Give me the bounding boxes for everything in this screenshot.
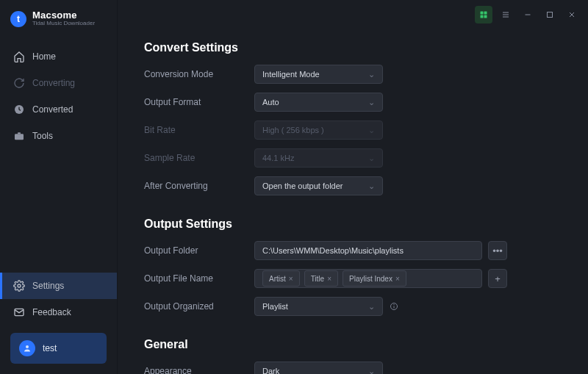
chevron-down-icon: ⌄ (368, 98, 375, 107)
row-conversion-mode: Conversion Mode Intelligent Mode ⌄ (144, 65, 562, 84)
input-value: C:\Users\WMM\Desktop\Music\playlists (262, 246, 404, 255)
chevron-down-icon: ⌄ (368, 126, 375, 135)
user-chip[interactable]: test (10, 333, 107, 364)
label-appearance: Appearance (144, 366, 254, 374)
svg-rect-6 (481, 12, 484, 15)
nav-label-home: Home (32, 51, 56, 62)
svg-point-3 (18, 284, 21, 287)
select-value: Dark (262, 367, 279, 374)
select-value: Open the output folder (262, 181, 343, 190)
nav-bottom: Settings Feedback (0, 273, 117, 326)
label-output-folder: Output Folder (144, 245, 254, 256)
nav-label-converted: Converted (32, 104, 73, 115)
sidebar: t Macsome Tidal Music Downloader Home Co… (0, 0, 118, 374)
select-after-converting[interactable]: Open the output folder ⌄ (254, 176, 383, 195)
row-output-organized: Output Organized Playlist ⌄ (144, 297, 562, 316)
add-tag-button[interactable]: + (488, 269, 507, 288)
brand-text: Macsome Tidal Music Downloader (32, 10, 95, 27)
label-sample-rate: Sample Rate (144, 153, 254, 163)
nav-label-settings: Settings (32, 281, 64, 291)
row-appearance: Appearance Dark ⌄ (144, 362, 562, 374)
tag-remove-icon[interactable]: × (327, 275, 331, 283)
chevron-down-icon: ⌄ (368, 181, 375, 191)
svg-rect-8 (481, 15, 484, 18)
content: Convert Settings Conversion Mode Intelli… (118, 29, 588, 374)
user-name: test (43, 343, 57, 353)
svg-rect-1 (15, 134, 24, 140)
mail-icon (13, 306, 25, 318)
refresh-icon (13, 77, 25, 89)
nav-item-settings[interactable]: Settings (0, 273, 117, 299)
label-output-file-name: Output File Name (144, 273, 254, 284)
browse-folder-button[interactable]: ••• (488, 241, 507, 260)
select-output-format[interactable]: Auto ⌄ (254, 93, 383, 112)
row-output-file-name: Output File Name Artist × Title × Playli… (144, 269, 562, 288)
nav: Home Converting Converted Tools (0, 43, 117, 149)
nav-label-converting: Converting (32, 78, 75, 88)
row-bit-rate: Bit Rate High ( 256 kbps ) ⌄ (144, 121, 562, 140)
chevron-down-icon: ⌄ (368, 154, 375, 163)
section-title-convert: Convert Settings (144, 41, 562, 54)
select-conversion-mode[interactable]: Intelligent Mode ⌄ (254, 65, 383, 84)
close-button[interactable] (563, 6, 581, 24)
nav-item-feedback[interactable]: Feedback (0, 299, 117, 326)
select-value: 44.1 kHz (262, 154, 294, 162)
avatar-icon (19, 340, 35, 356)
row-output-folder: Output Folder C:\Users\WMM\Desktop\Music… (144, 241, 562, 260)
tag-title[interactable]: Title × (304, 270, 338, 287)
tag-label: Title (311, 275, 325, 283)
chevron-down-icon: ⌄ (368, 302, 375, 312)
brand-subtitle: Tidal Music Downloader (32, 21, 95, 27)
brand-logo-icon: t (10, 11, 26, 27)
input-output-folder[interactable]: C:\Users\WMM\Desktop\Music\playlists (254, 241, 482, 260)
maximize-button[interactable] (541, 6, 559, 24)
label-after-converting: After Converting (144, 181, 254, 191)
svg-rect-7 (484, 12, 487, 15)
tag-artist[interactable]: Artist × (262, 270, 300, 287)
menu-button[interactable] (497, 6, 514, 24)
select-value: Auto (262, 98, 279, 107)
label-output-format: Output Format (144, 97, 254, 107)
label-output-organized: Output Organized (144, 301, 254, 312)
nav-item-converted[interactable]: Converted (0, 96, 117, 123)
select-bit-rate: High ( 256 kbps ) ⌄ (254, 121, 383, 140)
gear-icon (13, 280, 25, 292)
tag-label: Playlist Index (349, 275, 392, 283)
svg-point-19 (394, 305, 395, 306)
app-root: t Macsome Tidal Music Downloader Home Co… (0, 0, 588, 374)
input-output-file-name[interactable]: Artist × Title × Playlist Index × (254, 269, 482, 288)
tag-playlist-index[interactable]: Playlist Index × (343, 270, 406, 287)
svg-point-5 (26, 345, 29, 348)
nav-item-converting[interactable]: Converting (0, 70, 117, 96)
grid-view-button[interactable] (475, 6, 492, 24)
select-output-organized[interactable]: Playlist ⌄ (254, 297, 383, 316)
row-after-converting: After Converting Open the output folder … (144, 176, 562, 195)
tag-label: Artist (269, 275, 286, 283)
select-appearance[interactable]: Dark ⌄ (254, 362, 383, 374)
tag-remove-icon[interactable]: × (289, 275, 293, 283)
svg-rect-14 (548, 12, 553, 18)
select-sample-rate: 44.1 kHz ⌄ (254, 148, 383, 168)
nav-label-tools: Tools (32, 131, 53, 141)
toolbox-icon (13, 130, 25, 142)
svg-rect-2 (18, 132, 21, 134)
nav-item-home[interactable]: Home (0, 43, 117, 70)
select-value: Intelligent Mode (262, 70, 320, 79)
tag-remove-icon[interactable]: × (395, 275, 400, 283)
clock-icon (13, 104, 25, 115)
minimize-button[interactable] (519, 6, 537, 24)
label-bit-rate: Bit Rate (144, 125, 254, 135)
svg-rect-9 (484, 15, 487, 18)
info-icon[interactable] (389, 301, 399, 312)
chevron-down-icon: ⌄ (368, 367, 375, 375)
nav-item-tools[interactable]: Tools (0, 123, 117, 149)
section-title-output: Output Settings (144, 217, 562, 231)
brand: t Macsome Tidal Music Downloader (0, 0, 117, 40)
brand-title: Macsome (32, 10, 95, 21)
nav-label-feedback: Feedback (32, 307, 71, 317)
row-output-format: Output Format Auto ⌄ (144, 93, 562, 112)
label-conversion-mode: Conversion Mode (144, 69, 254, 79)
titlebar (118, 0, 588, 29)
select-value: Playlist (262, 302, 288, 311)
chevron-down-icon: ⌄ (368, 70, 375, 79)
